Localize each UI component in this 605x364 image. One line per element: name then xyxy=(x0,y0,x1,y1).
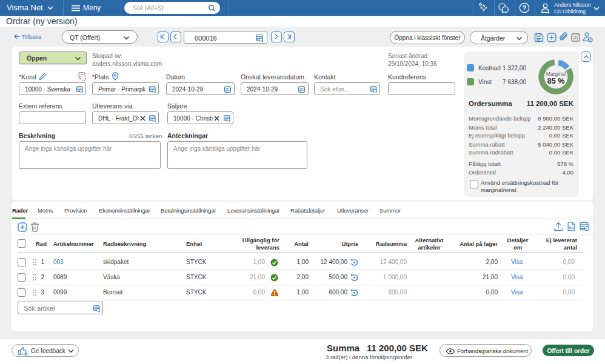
svg-text:85 %: 85 % xyxy=(547,77,565,85)
svg-text:Marginal: Marginal xyxy=(546,71,566,77)
svg-text:XLS: XLS xyxy=(569,227,574,230)
svg-text:?: ? xyxy=(523,4,526,12)
